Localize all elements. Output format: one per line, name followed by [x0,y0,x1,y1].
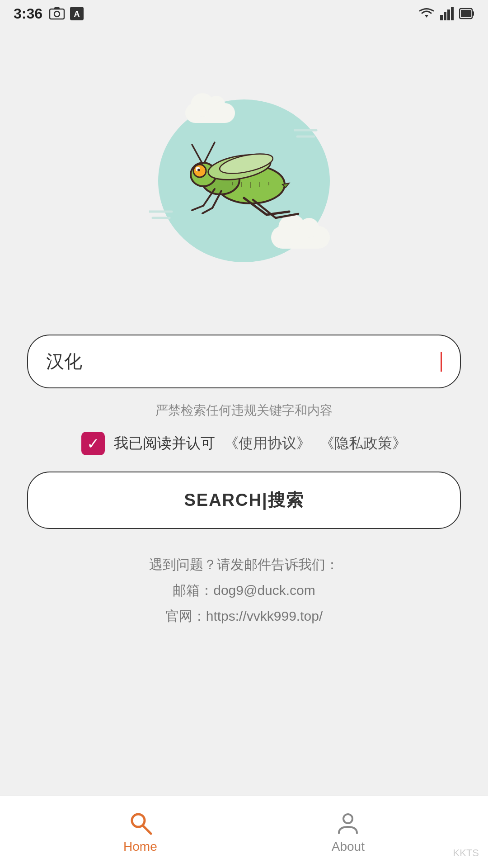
watermark: KKTS [453,847,479,859]
grasshopper-image [167,131,321,231]
main-content: 汉化 严禁检索任何违规关键字和内容 ✓ 我已阅读并认可 《使用协议》 《隐私政策… [0,27,488,796]
signal-icon [440,7,454,20]
status-icons-right [418,7,474,20]
search-area: 汉化 严禁检索任何违规关键字和内容 ✓ 我已阅读并认可 《使用协议》 《隐私政策… [27,335,461,629]
svg-rect-7 [447,9,450,20]
svg-text:A: A [74,9,80,19]
svg-point-42 [343,814,352,823]
cloud-top-left [185,103,235,123]
search-button[interactable]: SEARCH|搜索 [27,472,461,529]
home-label: Home [123,840,157,854]
illustration-wrapper [131,68,357,294]
checkmark-icon: ✓ [87,436,99,451]
contact-line2: 邮箱：dog9@duck.com [149,577,339,603]
svg-line-27 [192,206,203,210]
about-label: About [332,840,365,854]
contact-line3: 官网：https://vvkk999.top/ [149,603,339,629]
bottom-nav: Home About KKTS [0,796,488,868]
contact-info: 遇到问题？请发邮件告诉我们： 邮箱：dog9@duck.com 官网：https… [149,552,339,629]
status-bar: 3:36 A [0,0,488,27]
text-icon: A [70,6,84,21]
svg-rect-10 [472,11,474,16]
svg-line-33 [276,214,298,218]
wifi-icon [418,7,435,20]
warning-text: 严禁检索任何违规关键字和内容 [155,402,333,419]
svg-rect-2 [54,7,60,9]
search-input-display[interactable]: 汉化 [46,349,440,374]
nav-about[interactable]: About [332,811,365,854]
svg-line-41 [143,826,151,834]
svg-line-22 [192,145,202,164]
search-input-wrapper[interactable]: 汉化 [27,335,461,388]
cursor [441,352,442,372]
svg-line-29 [202,208,212,213]
about-icon [335,811,361,836]
terms-checkbox[interactable]: ✓ [81,432,105,455]
home-icon [127,811,153,836]
terms-link2[interactable]: 《隐私政策》 [320,434,407,453]
contact-line1: 遇到问题？请发邮件告诉我们： [149,552,339,577]
svg-rect-6 [444,12,446,20]
battery-icon [459,7,474,20]
svg-rect-11 [461,10,471,17]
terms-link1[interactable]: 《使用协议》 [224,434,311,453]
svg-rect-8 [451,7,454,20]
illustration-area [27,63,461,298]
svg-rect-0 [50,9,64,19]
terms-row: ✓ 我已阅读并认可 《使用协议》 《隐私政策》 [81,432,407,455]
svg-line-23 [204,142,215,163]
svg-point-1 [54,11,60,17]
svg-point-21 [197,169,200,171]
nav-home[interactable]: Home [123,811,157,854]
terms-prefix: 我已阅读并认可 [114,434,215,453]
photo-icon [49,6,65,21]
svg-rect-5 [440,15,443,20]
status-time: 3:36 [14,5,42,22]
